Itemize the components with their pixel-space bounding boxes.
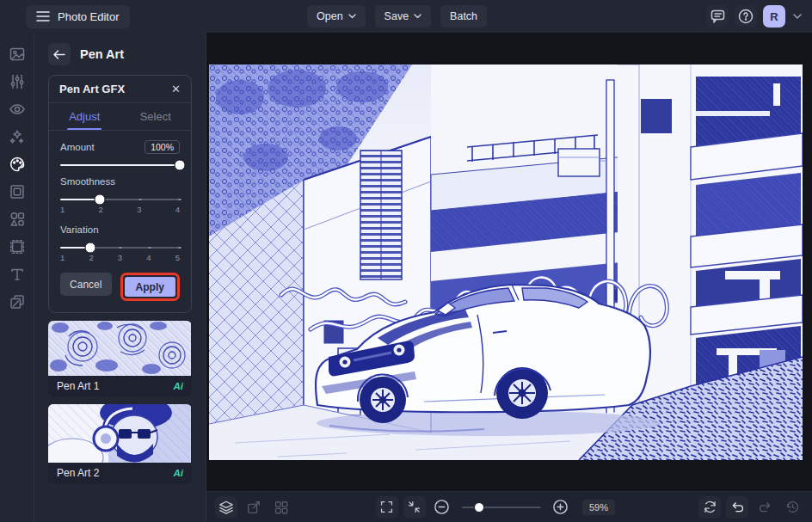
account-menu-button[interactable] bbox=[793, 14, 802, 20]
sidebar-item-frames[interactable] bbox=[2, 179, 33, 205]
text-icon bbox=[9, 266, 26, 283]
chevron-down-icon bbox=[793, 14, 802, 20]
zoom-level-badge: 59% bbox=[582, 500, 615, 515]
collapse-icon bbox=[407, 500, 421, 514]
layers-button[interactable] bbox=[215, 496, 237, 519]
zoom-slider-handle[interactable] bbox=[474, 502, 484, 513]
amount-value-badge: 100% bbox=[145, 140, 180, 154]
user-avatar[interactable]: R bbox=[763, 5, 785, 28]
ai-badge: Ai bbox=[174, 381, 184, 391]
variation-slider-track[interactable] bbox=[60, 247, 180, 249]
canvas-area[interactable] bbox=[206, 33, 812, 491]
effect-name: Pen Art GFX bbox=[59, 83, 125, 95]
redo-icon bbox=[758, 500, 772, 514]
sidebar-item-text[interactable] bbox=[2, 261, 33, 287]
tab-select[interactable]: Select bbox=[120, 103, 192, 130]
effect-card-body: Amount 100% Smoothness bbox=[49, 131, 191, 312]
fullscreen-button[interactable] bbox=[376, 496, 398, 519]
preset-pen-art-2[interactable]: Pen Art 2 Ai bbox=[48, 404, 192, 483]
zoom-slider[interactable] bbox=[462, 501, 541, 513]
amount-slider-track[interactable] bbox=[60, 164, 180, 166]
variation-slider-group: Variation 1 2 3 4 bbox=[60, 222, 180, 262]
smoothness-label: Smoothness bbox=[60, 176, 115, 187]
apply-button[interactable]: Apply bbox=[125, 277, 176, 297]
back-button[interactable] bbox=[48, 43, 71, 65]
canvas-edit-icon bbox=[246, 500, 261, 515]
canvas-toolbar: 59% bbox=[206, 491, 812, 522]
preset-label-bar: Pen Art 2 Ai bbox=[48, 463, 192, 483]
eye-icon bbox=[9, 101, 26, 118]
frame-icon bbox=[9, 183, 26, 200]
redo-button[interactable] bbox=[754, 496, 776, 519]
plus-circle-icon bbox=[552, 499, 569, 515]
effect-card-header: Pen Art GFX ✕ bbox=[49, 76, 191, 102]
app-title: Photo Editor bbox=[58, 10, 120, 23]
sidebar-item-overlays[interactable] bbox=[2, 234, 33, 260]
smoothness-slider-group: Smoothness 1 2 3 4 bbox=[60, 174, 180, 214]
cancel-button[interactable]: Cancel bbox=[60, 273, 112, 296]
feedback-button[interactable] bbox=[706, 5, 729, 28]
pen-art-2-thumbnail bbox=[48, 404, 191, 463]
canvas-resize-button[interactable] bbox=[243, 496, 265, 519]
palette-icon bbox=[9, 156, 26, 173]
avatar-initial: R bbox=[770, 10, 778, 23]
history-clock-icon bbox=[785, 500, 800, 514]
variation-slider-handle[interactable] bbox=[84, 243, 95, 254]
amount-slider-handle[interactable] bbox=[175, 160, 186, 171]
close-effect-button[interactable]: ✕ bbox=[171, 83, 181, 95]
history-button[interactable] bbox=[781, 496, 803, 519]
canvas-image bbox=[209, 64, 803, 460]
photo-editor-app: Photo Editor Open Save Batch R bbox=[0, 0, 812, 522]
hamburger-menu-icon bbox=[36, 10, 50, 22]
pen-art-panel: Pen Art Pen Art GFX ✕ Adjust Select Amou… bbox=[34, 33, 206, 522]
refresh-button[interactable] bbox=[698, 496, 721, 519]
amount-slider-group: Amount 100% bbox=[60, 139, 180, 166]
smoothness-slider-track[interactable] bbox=[60, 199, 180, 200]
preset-label: Pen Art 2 bbox=[57, 467, 99, 479]
effect-tabs: Adjust Select bbox=[49, 102, 191, 131]
zoom-out-button[interactable] bbox=[431, 496, 453, 519]
undo-icon bbox=[730, 500, 745, 514]
panel-header: Pen Art bbox=[48, 43, 192, 65]
main-area: 59% bbox=[206, 33, 812, 522]
grid-view-button[interactable] bbox=[270, 496, 292, 519]
sidebar-item-textures[interactable] bbox=[2, 289, 33, 315]
arrow-left-icon bbox=[53, 50, 65, 59]
open-button[interactable]: Open bbox=[307, 5, 366, 28]
photo-icon bbox=[9, 46, 26, 63]
sidebar-item-touch-up[interactable] bbox=[2, 96, 33, 122]
sidebar-item-adjustments[interactable] bbox=[2, 69, 33, 95]
sidebar-item-graphics[interactable] bbox=[2, 206, 33, 232]
smoothness-tick-labels: 1 2 3 4 bbox=[60, 205, 180, 214]
tool-sidebar bbox=[0, 33, 34, 522]
chevron-down-icon bbox=[348, 14, 356, 19]
sidebar-item-artsy[interactable] bbox=[2, 151, 33, 177]
effect-actions: Cancel Apply bbox=[60, 273, 180, 301]
variation-label: Variation bbox=[60, 224, 99, 235]
shapes-icon bbox=[9, 211, 26, 228]
topbar: Photo Editor Open Save Batch R bbox=[0, 0, 812, 33]
chat-bubble-icon bbox=[710, 9, 725, 23]
apply-highlight-annotation: Apply bbox=[120, 273, 181, 301]
main-menu-button[interactable]: Photo Editor bbox=[26, 5, 130, 28]
sidebar-item-effects[interactable] bbox=[2, 124, 33, 150]
sliders-icon bbox=[9, 73, 26, 90]
tab-adjust[interactable]: Adjust bbox=[49, 103, 120, 130]
fit-to-screen-button[interactable] bbox=[403, 496, 426, 519]
layers-overlap-icon bbox=[9, 293, 26, 310]
smoothness-slider-handle[interactable] bbox=[95, 194, 106, 206]
preset-pen-art-1[interactable]: Pen Art 1 Ai bbox=[48, 321, 192, 396]
help-button[interactable] bbox=[735, 5, 757, 28]
preset-label-bar: Pen Art 1 Ai bbox=[48, 376, 192, 396]
undo-button[interactable] bbox=[726, 496, 748, 519]
zoom-in-button[interactable] bbox=[550, 496, 572, 519]
topbar-account-area: R bbox=[706, 5, 802, 28]
variation-tick-labels: 1 2 3 4 5 bbox=[60, 253, 180, 262]
minus-circle-icon bbox=[434, 499, 450, 515]
save-button[interactable]: Save bbox=[375, 5, 432, 28]
batch-button[interactable]: Batch bbox=[440, 5, 487, 28]
chevron-down-icon bbox=[414, 14, 421, 19]
panel-title: Pen Art bbox=[80, 47, 124, 61]
sidebar-item-photos[interactable] bbox=[2, 41, 33, 67]
layers-icon bbox=[218, 500, 234, 515]
